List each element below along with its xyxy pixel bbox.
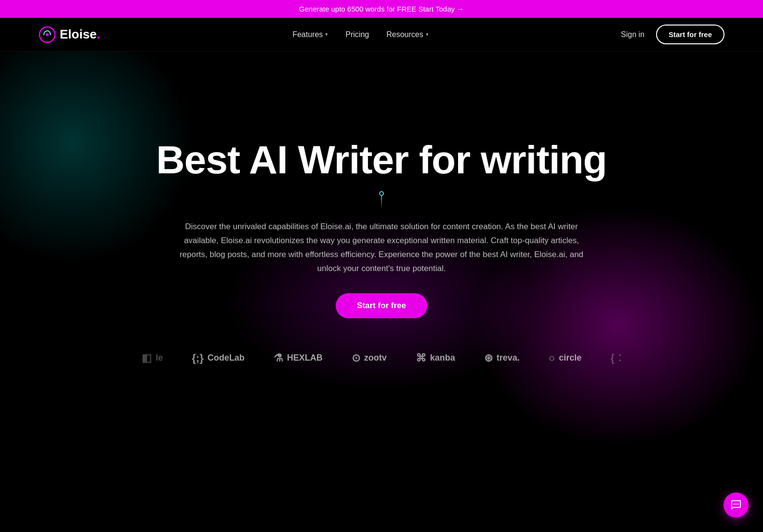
brands-section: ◧ le {;} CodeLab ⚗ HEXLAB ⊙ zootv ⌘ kanb… <box>10 347 753 369</box>
logo[interactable]: Eloise. <box>39 26 100 43</box>
hero-title: Best AI Writer for writing <box>156 138 606 182</box>
announcement-bar[interactable]: Generate upto 6500 words for FREE Start … <box>0 0 763 18</box>
signin-button[interactable]: Sign in <box>621 30 645 39</box>
brand-name: circle <box>559 353 581 363</box>
logo-wordmark: Eloise. <box>60 27 100 42</box>
brand-logo-kanba: ⌘ kanba <box>416 352 455 364</box>
brand-logo-circle: ○ circle <box>549 352 581 364</box>
brand-name: CodeLab <box>208 353 245 363</box>
nav-item-resources[interactable]: Resources ▾ <box>386 30 428 39</box>
svg-point-2 <box>734 504 735 505</box>
start-for-free-button-nav[interactable]: Start for free <box>656 25 724 44</box>
brand-logo-partial-left: ◧ le <box>142 352 163 364</box>
nav-item-pricing[interactable]: Pricing <box>345 30 369 39</box>
brand-logo-treva: ⊛ treva. <box>484 352 520 364</box>
chevron-down-icon: ▾ <box>325 31 328 38</box>
cursor-line <box>381 195 382 209</box>
brand-logo-partial-right: { ⁚ <box>610 352 621 364</box>
nav-actions: Sign in Start for free <box>621 25 724 44</box>
cursor-indicator <box>377 191 386 210</box>
brand-icon: ⌘ <box>416 352 426 364</box>
brand-name: treva. <box>497 353 520 363</box>
hero-section: Best AI Writer for writing Discover the … <box>0 52 763 446</box>
brands-track: ◧ le {;} CodeLab ⚗ HEXLAB ⊙ zootv ⌘ kanb… <box>10 347 753 369</box>
nav-links: Features ▾ Pricing Resources ▾ <box>292 30 429 39</box>
chat-bubble-button[interactable] <box>724 493 749 518</box>
svg-point-1 <box>46 33 49 36</box>
brand-icon: ⊛ <box>484 352 493 364</box>
announcement-text: Generate upto 6500 words for FREE Start … <box>299 5 464 13</box>
start-for-free-button-hero[interactable]: Start for free <box>336 293 427 318</box>
chat-icon <box>730 499 742 511</box>
hero-content: Best AI Writer for writing Discover the … <box>156 138 606 318</box>
navbar: Eloise. Features ▾ Pricing Resources ▾ S… <box>0 18 763 52</box>
logo-icon <box>39 26 56 43</box>
brand-name: zootv <box>364 353 387 363</box>
svg-point-4 <box>737 504 738 505</box>
brand-icon: {;} <box>192 352 203 364</box>
brand-logo-hexlab: ⚗ HEXLAB <box>274 352 323 364</box>
svg-point-3 <box>736 504 737 505</box>
chevron-down-icon: ▾ <box>426 31 429 38</box>
brand-name: ⁚ <box>618 353 621 363</box>
brand-logo-zootv: ⊙ zootv <box>352 352 387 364</box>
brand-icon: ◧ <box>142 352 152 364</box>
brand-name: le <box>156 353 163 363</box>
nav-item-features[interactable]: Features ▾ <box>292 30 328 39</box>
brand-name: HEXLAB <box>287 353 323 363</box>
brand-icon: ⚗ <box>274 352 283 364</box>
brand-logo-codelab: {;} CodeLab <box>192 352 244 364</box>
brand-icon: ⊙ <box>352 352 360 364</box>
hero-description: Discover the unrivaled capabilities of E… <box>179 220 584 276</box>
brand-icon: { <box>610 352 615 364</box>
brand-icon: ○ <box>549 352 555 364</box>
brand-name: kanba <box>430 353 455 363</box>
